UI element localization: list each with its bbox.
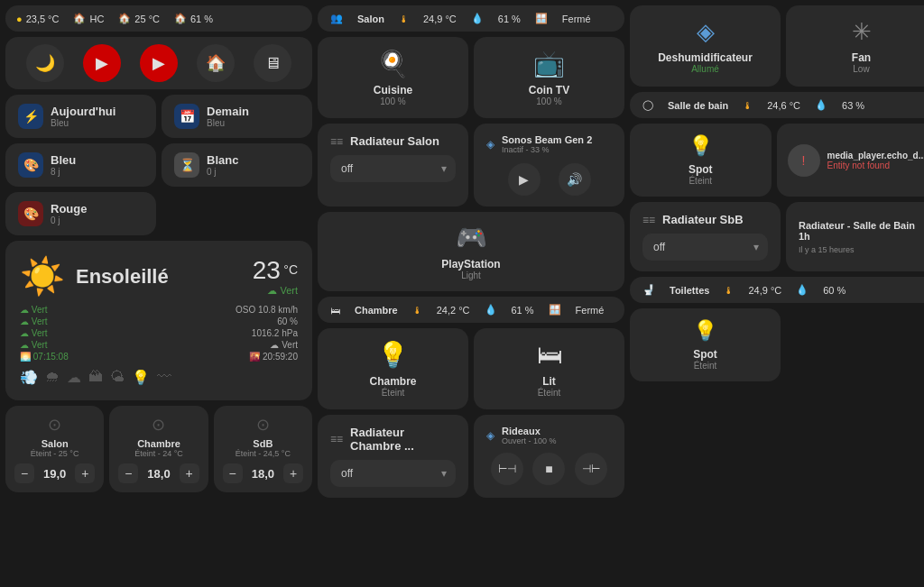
toilettes-spot-icon: 💡 xyxy=(693,319,717,343)
sonos-icon: ◈ xyxy=(486,138,494,151)
rideaux-step-button[interactable]: ⊢⊣ xyxy=(491,453,523,485)
mood-rouge-sub: 0 j xyxy=(51,216,87,225)
echo-icon: ! xyxy=(788,144,820,177)
status-bar: ● 23,5 °C 🏠 HC 🏠 25 °C 🏠 61 % xyxy=(5,5,312,32)
sdb-humidity-icon: 💧 xyxy=(815,99,827,111)
radiateur-salle-sub: Il y a 15 heures xyxy=(799,245,924,254)
radiateur-chambre-select[interactable]: off xyxy=(330,460,456,487)
salon-humidity-val: 61 % xyxy=(498,14,521,24)
playstation-sub: Light xyxy=(461,271,481,280)
playstation-card[interactable]: 🎮 PlayStation Light xyxy=(318,212,624,291)
youtube1-button[interactable]: ▶ xyxy=(83,44,121,82)
mood-bleu[interactable]: 🎨 Bleu 8 j xyxy=(5,143,156,187)
thermo-sdb-plus[interactable]: + xyxy=(283,463,303,483)
thermo-salon-minus[interactable]: − xyxy=(14,463,34,483)
humidity-value: 61 % xyxy=(190,14,213,24)
sdb-temp-val: 24,6 °C xyxy=(767,100,800,111)
dehumidificateur-sub: Allumé xyxy=(691,64,719,74)
wind-color3: ☁ Vert xyxy=(20,328,159,338)
sunrise-time: 🌅 07:15:08 xyxy=(20,352,159,362)
pressure: 1016.2 hPa xyxy=(159,328,298,338)
mood-demain-sub: Bleu xyxy=(207,118,249,128)
fan-icon: ✳ xyxy=(852,18,872,46)
weather-icon7: 〰 xyxy=(157,369,171,386)
chambre-light-card[interactable]: 💡 Chambre Éteint xyxy=(318,328,468,409)
mood-demain-title: Demain xyxy=(207,105,249,118)
sun-icon: ● xyxy=(16,14,23,24)
thermo-chambre-plus[interactable]: + xyxy=(180,463,199,483)
mood-aujourdhui-sub: Bleu xyxy=(51,118,116,128)
thermo-sdb-icon: ⊙ xyxy=(223,415,303,435)
toilettes-spot-sub: Éteint xyxy=(694,361,717,371)
lit-card[interactable]: 🛏 Lit Éteint xyxy=(474,328,624,409)
weather-card: ☀️ Ensoleillé 23 °C ☁ Vert ☁ Vert OSO 10… xyxy=(5,241,312,400)
salon-temp-icon: 🌡 xyxy=(399,14,409,24)
chambre-rad-rideaux: ≡≡ Radiateur Chambre ... off ◈ Rideaux O… xyxy=(318,415,624,498)
weather-icon4: 🏔 xyxy=(88,369,103,386)
thermo-chambre: ⊙ Chambre Éteint - 24 °C − 18,0 + xyxy=(109,406,208,492)
rideaux-stop-button[interactable]: ■ xyxy=(532,453,565,485)
weather-icon1: 💨 xyxy=(20,369,38,386)
rideaux-icon: ◈ xyxy=(486,429,494,442)
wind-color1: ☁ Vert xyxy=(20,305,159,315)
thermo-sdb-name: SdB xyxy=(223,438,303,449)
toilettes-devices: 💡 Spot Éteint xyxy=(630,308,924,381)
radiateur-sdb-select[interactable]: off xyxy=(642,234,768,261)
chambre-humidity-val: 61 % xyxy=(512,305,534,316)
toilettes-room-label: Toilettes xyxy=(670,285,709,296)
sonos-volume-button[interactable]: 🔊 xyxy=(559,163,591,196)
sdb-devices-grid: 💡 Spot Éteint ! media_player.echo_d... E… xyxy=(630,124,924,197)
toilettes-humidity-val: 60 % xyxy=(823,285,845,296)
echo-status: Entity not found xyxy=(827,161,925,170)
radiateur-salon-title: Radiateur Salon xyxy=(350,134,439,148)
sonos-name: Sonos Beam Gen 2 xyxy=(502,134,592,145)
weather-sun-icon: ☀️ xyxy=(20,255,65,298)
wind-color2: ☁ Vert xyxy=(20,316,159,326)
home-temp-value: 25 °C xyxy=(134,14,160,24)
radiateur-salon-card: ≡≡ Radiateur Salon off xyxy=(318,124,468,206)
youtube2-button[interactable]: ▶ xyxy=(140,44,178,82)
chambre-light-icon: 💡 xyxy=(377,340,409,370)
mood-aujourd-hui[interactable]: ⚡ Aujourd'hui Bleu xyxy=(5,95,156,138)
salon-devices: 🍳 Cuisine 100 % 📺 Coin TV 100 % xyxy=(318,37,624,118)
screen-button[interactable]: 🖥 xyxy=(254,44,291,82)
coin-tv-card[interactable]: 📺 Coin TV 100 % xyxy=(474,37,624,118)
echo-name: media_player.echo_d... xyxy=(827,151,925,161)
mood-blanc-title: Blanc xyxy=(207,153,238,167)
moon-button[interactable]: 🌙 xyxy=(26,44,64,82)
coin-tv-name: Coin TV xyxy=(529,84,569,96)
thermo-sdb-val: 18,0 xyxy=(252,467,274,481)
lit-icon: 🛏 xyxy=(537,340,562,370)
mood-bleu-sub: 8 j xyxy=(51,167,76,177)
cuisine-sub: 100 % xyxy=(380,96,405,106)
rideaux-expand-button[interactable]: ⊣⊢ xyxy=(575,453,607,485)
wind-speed: OSO 10.8 km/h xyxy=(159,305,298,315)
chambre-door-icon: 🪟 xyxy=(549,304,561,316)
thermo-sdb-minus[interactable]: − xyxy=(223,463,243,483)
thermo-salon-icon: ⊙ xyxy=(14,415,95,435)
radiateur-sdb-title: Radiateur SbB xyxy=(662,213,744,226)
sonos-card: ◈ Sonos Beam Gen 2 Inactif - 33 % ▶ 🔊 xyxy=(474,124,624,206)
sonos-play-button[interactable]: ▶ xyxy=(508,163,541,196)
playstation-icon: 🎮 xyxy=(456,223,487,252)
chambre-header: 🛏 Chambre 🌡 24,2 °C 💧 61 % 🪟 Fermé xyxy=(318,297,624,323)
lit-name: Lit xyxy=(542,375,556,388)
mood-demain[interactable]: 📅 Demain Bleu xyxy=(162,95,312,138)
mood-rouge[interactable]: 🎨 Rouge 0 j xyxy=(5,192,156,235)
thermo-icon: 🏠 xyxy=(118,13,131,24)
chambre-humidity-icon: 💧 xyxy=(485,304,497,316)
radiateur-salle-card: Radiateur - Salle de Bain 1h Il y a 15 h… xyxy=(786,202,924,271)
rideaux-name: Rideaux xyxy=(502,426,557,436)
echo-card: ! media_player.echo_d... Entity not foun… xyxy=(777,124,925,197)
thermo-chambre-minus[interactable]: − xyxy=(118,463,138,483)
mood-blanc[interactable]: ⏳ Blanc 0 j xyxy=(162,143,312,187)
temp-value: 23,5 °C xyxy=(26,14,60,24)
home-button[interactable]: 🏠 xyxy=(197,44,235,82)
cuisine-card[interactable]: 🍳 Cuisine 100 % xyxy=(318,37,468,118)
thermo-salon-plus[interactable]: + xyxy=(75,463,95,483)
radiateur-salon-select[interactable]: off xyxy=(330,155,456,182)
toilettes-humidity-icon: 💧 xyxy=(796,284,808,296)
fan-card[interactable]: ✳ Fan Low xyxy=(786,5,924,87)
radiateur-chambre-icon: ≡≡ xyxy=(330,433,343,445)
dehumidificateur-card: ◈ Deshumidificateur Allumé xyxy=(630,5,781,87)
